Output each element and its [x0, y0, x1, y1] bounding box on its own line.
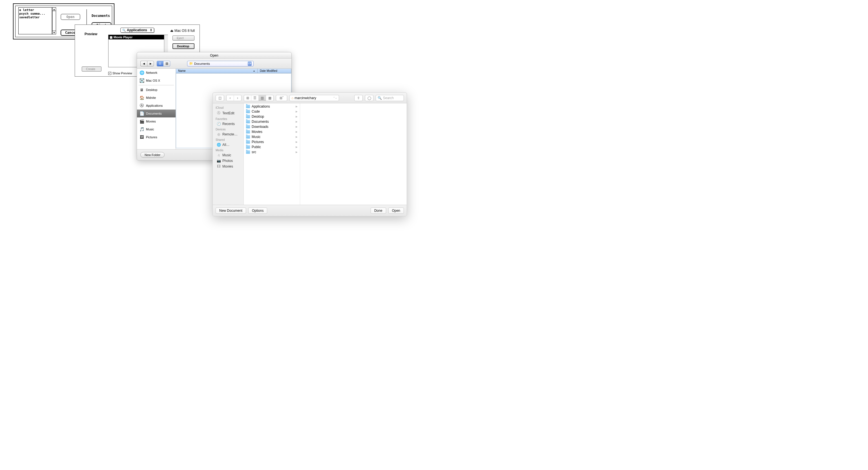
- folder-icon: [246, 130, 250, 133]
- folder-item[interactable]: Code▶: [244, 109, 300, 114]
- new-folder-button[interactable]: New Folder: [141, 152, 164, 158]
- sort-asc-icon: ▲: [253, 70, 255, 72]
- search-field[interactable]: 🔍 Search: [376, 95, 404, 101]
- sidebar-item-pictures[interactable]: 🖼Pictures: [137, 133, 176, 141]
- folder-name: Documents: [252, 120, 269, 124]
- sidebar-item-documents[interactable]: 📄Documents: [137, 109, 176, 118]
- column-date[interactable]: Date Modified: [257, 69, 291, 73]
- nav-buttons: ‹ ›: [226, 95, 242, 101]
- folder-icon: [246, 125, 250, 128]
- chevron-right-icon: ▶: [296, 130, 298, 133]
- sidebar-item-applications[interactable]: ⒶApplications: [137, 102, 176, 109]
- folder-column[interactable]: Applications▶Code▶Desktop▶Documents▶Down…: [244, 103, 300, 205]
- sidebar-item[interactable]: ◎Remote…: [213, 132, 244, 137]
- sidebar-item-disk[interactable]: 💽Mac OS X: [137, 77, 176, 85]
- list-view-button[interactable]: ☰: [251, 95, 259, 101]
- show-preview-checkbox[interactable]: ✓ Show Preview: [108, 71, 132, 75]
- new-document-button[interactable]: New Document: [216, 207, 246, 214]
- file-list[interactable]: a letter psych summa... savedletter: [18, 7, 52, 34]
- eject-button[interactable]: Eject: [173, 35, 194, 40]
- view-buttons: ⊞ ☰ ▥ ▦: [244, 95, 274, 101]
- sidebar-item[interactable]: 📷Photos: [213, 158, 244, 164]
- sidebar-item-icon: ♫: [217, 153, 221, 157]
- sidebar-item[interactable]: 🌐All…: [213, 142, 244, 147]
- column-view-button[interactable]: ▥: [259, 95, 266, 101]
- nav-buttons: ◀ ▶: [141, 61, 154, 66]
- sidebar-item-label: Movies: [222, 164, 233, 168]
- folder-item[interactable]: Music▶: [244, 134, 300, 139]
- sidebar-label: Pictures: [146, 135, 157, 139]
- sidebar-toggle-button[interactable]: ◫: [216, 95, 224, 101]
- home-icon: ⌂: [291, 96, 293, 100]
- icon-view-button[interactable]: ⊞: [244, 95, 251, 101]
- forward-button[interactable]: ▶: [147, 61, 154, 66]
- folder-item[interactable]: Desktop▶: [244, 114, 300, 119]
- folder-name: Public: [252, 145, 261, 149]
- sidebar-item[interactable]: 🕘Recents: [213, 121, 244, 127]
- sidebar-item[interactable]: 🎞Movies: [213, 164, 244, 169]
- path-popup[interactable]: 📁 Documents ▲▼: [187, 61, 254, 66]
- forward-button[interactable]: ›: [234, 95, 241, 101]
- open-button[interactable]: Open: [389, 207, 404, 214]
- file-item[interactable]: a letter: [19, 8, 51, 12]
- empty-column[interactable]: [300, 103, 407, 205]
- sidebar-item[interactable]: ♫Music: [213, 153, 244, 158]
- back-button[interactable]: ◀: [141, 61, 147, 66]
- network-icon: 🌐: [139, 70, 144, 75]
- sidebar-item-home[interactable]: 🏠Midnite: [137, 94, 176, 102]
- file-icon: ▦: [110, 35, 113, 39]
- folder-item[interactable]: Public▶: [244, 144, 300, 149]
- folder-name: Pictures: [252, 140, 264, 144]
- folder-popup[interactable]: 🔍 Applications ▲▼: [120, 28, 154, 33]
- search-icon: 🔍: [378, 96, 382, 100]
- file-item-selected[interactable]: ▦ Movie Player: [108, 35, 168, 39]
- group-button[interactable]: ⊞ˇ: [276, 95, 287, 101]
- scroll-up-icon[interactable]: ▲: [53, 8, 56, 11]
- checkbox-label: Show Preview: [113, 71, 132, 75]
- folder-item[interactable]: Pictures▶: [244, 139, 300, 144]
- folder-item[interactable]: Downloads▶: [244, 124, 300, 129]
- disk-label: ⏏ Mac OS 8 full: [170, 29, 195, 33]
- popup-arrows-icon: ⌃⌄: [333, 97, 337, 99]
- open-button[interactable]: Open: [61, 14, 80, 20]
- file-item[interactable]: psych summa...: [19, 12, 51, 15]
- share-button[interactable]: ⇧: [354, 95, 363, 101]
- list-icon: ☰: [253, 96, 256, 100]
- back-button[interactable]: ‹: [226, 95, 234, 101]
- folder-item[interactable]: Movies▶: [244, 129, 300, 134]
- share-icon: ⇧: [357, 96, 360, 100]
- sidebar-item-music[interactable]: 🎵Music: [137, 125, 176, 133]
- folder-item[interactable]: Applications▶: [244, 104, 300, 109]
- tags-button[interactable]: ◯: [365, 95, 373, 101]
- dialog-body: iCloudⒶTextEditFavorites🕘RecentsDevices◎…: [213, 103, 407, 205]
- column-view-button[interactable]: ▥: [163, 61, 170, 66]
- sidebar-item[interactable]: ⒶTextEdit: [213, 110, 244, 116]
- done-button[interactable]: Done: [371, 207, 386, 214]
- file-item[interactable]: savedletter: [19, 15, 51, 19]
- music-icon: 🎵: [139, 127, 144, 132]
- scrollbar[interactable]: ▲ ▼: [52, 7, 56, 34]
- sidebar-item-desktop[interactable]: 🖥Desktop: [137, 86, 176, 94]
- sidebar-item-movies[interactable]: 🎬Movies: [137, 118, 176, 125]
- folder-icon: [246, 120, 250, 123]
- chevron-right-icon: ▶: [296, 105, 298, 108]
- sidebar-item-label: All…: [222, 143, 229, 147]
- column-browser: Applications▶Code▶Desktop▶Documents▶Down…: [244, 103, 407, 205]
- sidebar-label: Midnite: [146, 96, 156, 99]
- folder-name: Desktop: [252, 114, 264, 119]
- path-popup[interactable]: ⌂ marcinwichary ⌃⌄: [289, 95, 339, 101]
- gallery-view-button[interactable]: ▦: [266, 95, 273, 101]
- folder-name: Code: [252, 109, 260, 113]
- list-view-button[interactable]: ☰: [157, 61, 163, 66]
- desktop-button[interactable]: Desktop: [173, 43, 194, 49]
- chevron-right-icon: ▶: [296, 110, 298, 113]
- folder-item[interactable]: src▶: [244, 149, 300, 155]
- column-name[interactable]: Name▲: [176, 69, 257, 73]
- folder-item[interactable]: Documents▶: [244, 119, 300, 124]
- options-button[interactable]: Options: [248, 207, 267, 214]
- create-button[interactable]: Create: [82, 66, 101, 71]
- scroll-down-icon[interactable]: ▼: [53, 31, 56, 34]
- sidebar-item-icon: ◎: [217, 132, 221, 136]
- sidebar-item-icon: 🎞: [217, 164, 221, 168]
- sidebar-item-network[interactable]: 🌐Network: [137, 69, 176, 77]
